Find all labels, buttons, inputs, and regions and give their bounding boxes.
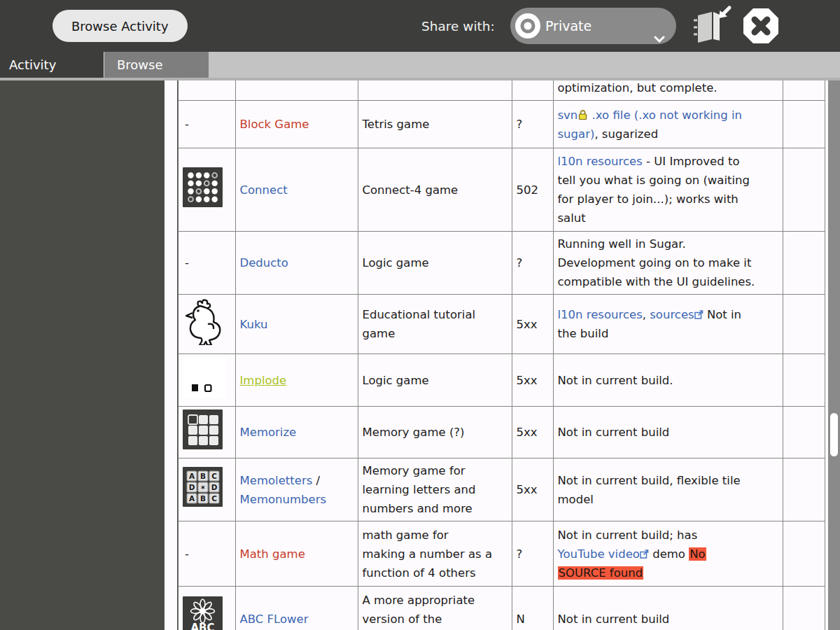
text-run: Not in current build, flexible tile xyxy=(558,474,741,487)
scrollbar-thumb[interactable] xyxy=(830,413,838,456)
build-number: 502 xyxy=(517,183,539,197)
wiki-link-active[interactable]: Implode xyxy=(240,374,287,387)
highlighted-text: SOURCE found xyxy=(558,566,644,580)
text-run: Logic game xyxy=(363,256,429,270)
activity-description-cell: Memory game forlearning letters andnumbe… xyxy=(358,458,512,522)
text-run: Not in current build xyxy=(558,612,670,626)
text-run: Logic game xyxy=(363,374,429,387)
text-run: , sugarized xyxy=(594,127,658,141)
activity-description-cell: A more appropriateversion of thehangman … xyxy=(358,587,512,630)
activity-icon-cell: - xyxy=(178,522,235,587)
wiki-link[interactable]: sugar) xyxy=(558,127,595,141)
keep-in-journal-icon[interactable] xyxy=(688,4,733,48)
web-page-view: optimization, but complete.-Block GameTe… xyxy=(164,80,828,630)
private-radio-icon xyxy=(514,13,541,39)
text-run: function of 4 others xyxy=(363,566,476,580)
build-number-cell: 5xx xyxy=(512,295,553,354)
svg-text:B: B xyxy=(200,472,206,480)
build-number-cell: 5xx xyxy=(512,354,553,407)
activity-description-cell xyxy=(358,80,512,101)
activity-icon-cell: ABC xyxy=(178,587,235,630)
empty-cell xyxy=(783,458,825,522)
build-number: ? xyxy=(517,256,523,270)
text-run: Memory game for xyxy=(363,464,465,477)
external-link-icon[interactable] xyxy=(694,305,704,324)
external-link-icon[interactable] xyxy=(640,545,649,564)
stop-activity-icon[interactable] xyxy=(741,6,780,46)
table-row: -Block GameTetris game?svn .xo file (.xo… xyxy=(178,101,825,148)
wiki-link[interactable]: Memorize xyxy=(240,426,297,439)
wiki-link[interactable]: l10n resources xyxy=(558,308,643,321)
build-number: ? xyxy=(517,118,523,131)
games-wiki-table: optimization, but complete.-Block GameTe… xyxy=(177,80,825,630)
status-notes-cell: l10n resources, sources Not inthe build xyxy=(553,295,783,354)
text-run: , xyxy=(643,308,650,321)
activity-name-cell: ABC FLower xyxy=(235,587,358,630)
wiki-link[interactable]: l10n resources xyxy=(558,155,643,168)
text-run: optimization, but complete. xyxy=(558,83,718,97)
wiki-link[interactable]: Memoletters xyxy=(240,474,313,487)
text-run: for player to join...); works with xyxy=(558,192,738,206)
implode-squares-icon[interactable] xyxy=(183,357,226,403)
svg-text:A: A xyxy=(189,494,195,503)
wiki-link[interactable]: .xo file (.xo not working in xyxy=(592,108,743,122)
vertical-scrollbar[interactable] xyxy=(828,80,840,630)
tab-activity[interactable]: Activity xyxy=(0,52,104,78)
browse-activity-button[interactable]: Browse Activity xyxy=(52,10,188,42)
text-run: Not in current build xyxy=(558,426,670,439)
activity-icon-cell xyxy=(178,407,235,458)
top-toolbar: Browse Activity Share with: Private xyxy=(0,0,840,52)
wiki-link[interactable]: YouTube video xyxy=(558,547,640,561)
activity-description-cell: Educational tutorialgame xyxy=(358,295,512,354)
chicken-icon[interactable] xyxy=(183,298,230,351)
text-run: game xyxy=(363,327,396,340)
status-notes-cell: l10n resources - UI Improved totell you … xyxy=(553,148,783,232)
wiki-link[interactable]: Connect xyxy=(240,183,288,197)
memorize-grid-icon[interactable] xyxy=(183,410,223,455)
wiki-link[interactable]: Memonumbers xyxy=(240,493,327,506)
wiki-redlink[interactable]: Math game xyxy=(240,547,305,561)
text-run: Development going on to make it xyxy=(558,256,752,270)
share-scope-value: Private xyxy=(545,18,592,34)
activity-name-cell: Connect xyxy=(235,148,358,232)
text-run: compatible with the UI guidelines. xyxy=(558,275,755,288)
wiki-link[interactable]: Deducto xyxy=(240,256,288,270)
activity-name-cell: Memorize xyxy=(235,407,358,458)
empty-cell xyxy=(783,522,825,587)
chevron-down-icon xyxy=(654,30,665,46)
abc-flower-icon[interactable]: ABC xyxy=(183,596,223,630)
status-notes-cell: Not in current build xyxy=(553,407,783,458)
svg-text:D: D xyxy=(211,483,218,491)
activity-icon-cell xyxy=(178,354,235,407)
activity-name-cell: Block Game xyxy=(235,101,358,148)
wiki-link[interactable]: svn xyxy=(558,108,578,122)
share-scope-dropdown[interactable]: Private xyxy=(510,8,676,44)
connect-grid-icon[interactable] xyxy=(183,167,223,213)
status-notes-cell: Not in current build, flexible tilemodel xyxy=(553,458,783,522)
wiki-redlink[interactable]: Block Game xyxy=(240,118,309,131)
text-run: learning letters and xyxy=(363,483,476,496)
text-run: version of the xyxy=(363,612,442,626)
activity-name-cell: Memoletters /Memonumbers xyxy=(235,458,358,522)
tab-browse[interactable]: Browse xyxy=(104,52,209,78)
empty-cell xyxy=(783,101,825,148)
wiki-link[interactable]: ABC FLower xyxy=(240,612,309,626)
text-run: math game for xyxy=(363,528,449,542)
activity-description-cell: Logic game xyxy=(358,354,512,407)
secure-lock-icon[interactable] xyxy=(578,106,588,125)
status-notes-cell: svn .xo file (.xo not working insugar), … xyxy=(553,101,783,148)
wiki-link[interactable]: sources xyxy=(650,308,694,321)
text-run: making a number as a xyxy=(363,547,493,561)
memoletters-tiles-icon[interactable]: ABCD✶DABC xyxy=(183,467,223,512)
text-run: the build xyxy=(558,327,609,340)
svg-text:C: C xyxy=(211,472,217,480)
wiki-link[interactable]: Kuku xyxy=(240,318,268,331)
build-number-cell: ? xyxy=(512,101,553,148)
status-notes-cell: Not in current build. xyxy=(553,354,783,407)
build-number-cell: N xyxy=(512,587,553,630)
build-number-cell xyxy=(512,80,553,101)
build-number: 5xx xyxy=(517,483,538,496)
clipped-text: optimization, but complete. xyxy=(558,83,778,97)
build-number-cell: 5xx xyxy=(512,407,553,458)
build-number: 5xx xyxy=(517,426,538,439)
